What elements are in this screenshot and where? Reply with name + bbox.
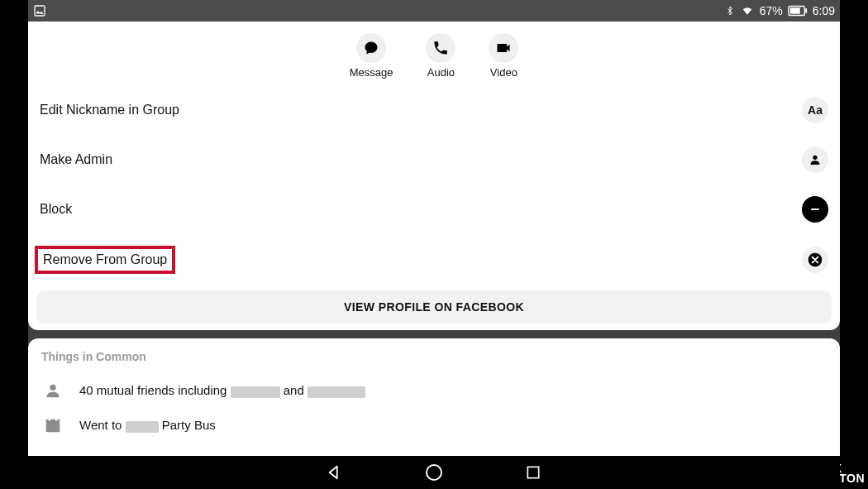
redacted [126, 421, 159, 433]
svg-rect-3 [790, 7, 800, 13]
view-profile-button[interactable]: VIEW PROFILE ON FACEBOOK [36, 290, 832, 324]
edit-nickname-item[interactable]: Edit Nickname in Group Aa [28, 85, 840, 135]
mutual-friends-row[interactable]: 40 mutual friends including and [41, 373, 827, 408]
recents-button[interactable] [521, 460, 546, 485]
make-admin-item[interactable]: Make Admin [28, 135, 840, 185]
bluetooth-icon [725, 4, 735, 17]
video-action[interactable]: Video [489, 33, 518, 79]
svg-point-4 [813, 156, 817, 160]
event-text: Went to Party Bus [79, 418, 216, 432]
things-in-common-title: Things in Common [41, 350, 827, 363]
aa-icon: Aa [802, 97, 828, 123]
video-icon [489, 33, 518, 63]
image-icon [33, 4, 46, 17]
svg-point-12 [427, 465, 441, 480]
device-screen: 67% 6:09 Message [28, 0, 840, 489]
wifi-icon [740, 5, 755, 17]
block-label: Block [40, 202, 72, 217]
edit-nickname-label: Edit Nickname in Group [40, 103, 179, 117]
battery-percent: 67% [760, 4, 783, 17]
back-button[interactable] [322, 460, 347, 485]
message-icon [356, 33, 386, 63]
video-label: Video [490, 66, 517, 79]
things-in-common-card: Things in Common 40 mutual friends inclu… [28, 338, 840, 456]
message-label: Message [350, 66, 393, 79]
svg-rect-5 [811, 209, 818, 210]
person-icon [802, 146, 828, 173]
audio-action[interactable]: Audio [426, 33, 455, 79]
highlight-box: Remove From Group [35, 246, 175, 274]
remove-from-group-item[interactable]: Remove From Group [28, 234, 840, 285]
close-icon [802, 247, 828, 273]
make-admin-label: Make Admin [40, 152, 112, 167]
svg-point-7 [50, 385, 55, 391]
svg-rect-10 [49, 418, 51, 421]
svg-rect-2 [805, 8, 807, 13]
letterbox-left [0, 0, 28, 489]
nav-bar [28, 456, 840, 489]
remove-from-group-label: Remove From Group [43, 252, 167, 266]
battery-icon [788, 5, 808, 17]
svg-rect-9 [46, 419, 60, 424]
clock: 6:09 [813, 4, 835, 17]
status-bar: 67% 6:09 [28, 0, 840, 22]
event-row[interactable]: Went to Party Bus [41, 408, 827, 443]
svg-rect-11 [55, 418, 58, 421]
svg-rect-8 [46, 422, 60, 432]
svg-rect-13 [527, 467, 538, 477]
member-actions-card: Message Audio Video [28, 22, 840, 330]
redacted [308, 386, 365, 398]
home-button[interactable] [422, 460, 446, 485]
audio-label: Audio [427, 66, 455, 79]
screen-content: Message Audio Video [28, 22, 840, 456]
view-profile-label: VIEW PROFILE ON FACEBOOK [344, 300, 524, 314]
message-action[interactable]: Message [350, 33, 393, 79]
svg-rect-0 [35, 6, 45, 16]
friends-icon [41, 381, 64, 400]
phone-icon [426, 33, 455, 63]
block-icon [802, 196, 828, 223]
calendar-icon [41, 416, 64, 434]
redacted [231, 386, 280, 398]
mutual-friends-text: 40 mutual friends including and [79, 383, 365, 397]
letterbox-right [840, 0, 868, 489]
block-item[interactable]: Block [28, 185, 840, 234]
